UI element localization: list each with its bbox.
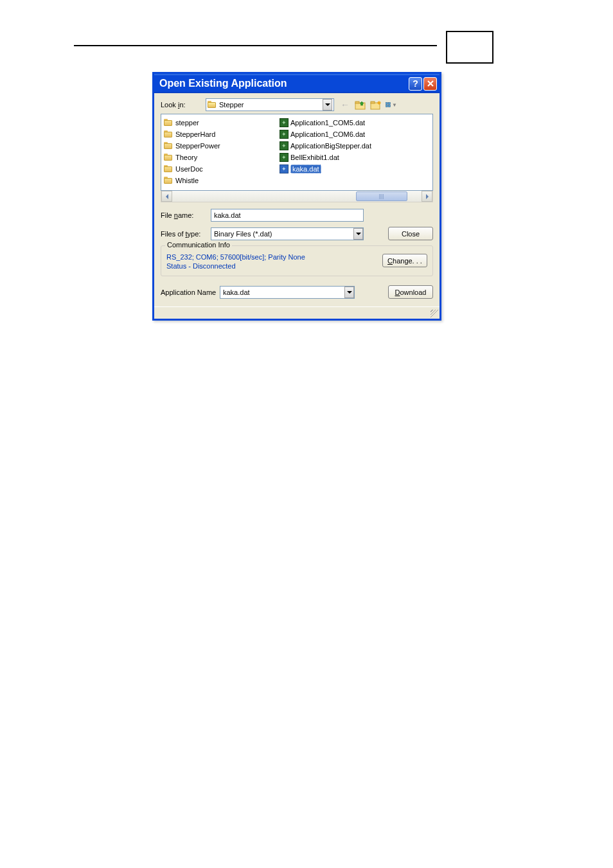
appname-select[interactable]: kaka.dat bbox=[220, 286, 355, 299]
header-rule bbox=[74, 45, 437, 46]
dat-file-icon: ✦ bbox=[280, 141, 289, 150]
filename-value: kaka.dat bbox=[214, 211, 241, 219]
file-toolbar: ← bbox=[339, 99, 397, 111]
list-item[interactable]: ✦Application1_COM5.dat bbox=[278, 117, 394, 128]
scroll-left-button[interactable] bbox=[161, 191, 172, 202]
comm-line2: Status - Disconnected bbox=[166, 261, 305, 270]
scroll-track[interactable] bbox=[172, 191, 422, 202]
file-list-pane[interactable]: stepper StepperHard StepperPower Theory … bbox=[161, 114, 433, 191]
chevron-down-icon[interactable] bbox=[344, 287, 354, 298]
dat-file-icon: ✦ bbox=[280, 118, 289, 127]
list-item[interactable]: Whistle bbox=[163, 175, 278, 186]
views-icon bbox=[386, 100, 391, 109]
svg-rect-11 bbox=[389, 103, 391, 105]
page: Open Existing Application ? Look in: Ste… bbox=[0, 0, 613, 868]
folder-new-icon bbox=[370, 100, 382, 110]
filetype-value: Binary Files (*.dat) bbox=[214, 230, 353, 238]
close-icon bbox=[427, 80, 434, 87]
change-button[interactable]: Change. . . bbox=[382, 254, 427, 267]
filetype-select[interactable]: Binary Files (*.dat) bbox=[211, 227, 364, 240]
look-in-value: Stepper bbox=[219, 101, 323, 109]
appname-label: Application Name bbox=[161, 288, 220, 296]
svg-rect-10 bbox=[386, 103, 388, 105]
statusbar bbox=[154, 306, 440, 319]
filename-input[interactable]: kaka.dat bbox=[211, 209, 364, 222]
dialog-title: Open Existing Application bbox=[159, 78, 407, 89]
chevron-down-icon[interactable] bbox=[323, 99, 332, 111]
back-button[interactable]: ← bbox=[339, 99, 351, 111]
look-in-select[interactable]: Stepper bbox=[206, 98, 334, 111]
scroll-thumb[interactable] bbox=[356, 191, 407, 201]
close-window-button[interactable] bbox=[423, 77, 437, 91]
folder-icon bbox=[164, 119, 173, 127]
dat-file-icon: ✦ bbox=[280, 130, 289, 139]
folder-icon bbox=[164, 142, 173, 150]
look-in-row: Look in: Stepper ← bbox=[161, 98, 433, 111]
look-in-label: Look in: bbox=[161, 101, 206, 109]
help-button[interactable]: ? bbox=[409, 77, 422, 91]
file-column: ✦Application1_COM5.dat ✦Application1_COM… bbox=[278, 117, 394, 188]
folder-column: stepper StepperHard StepperPower Theory … bbox=[163, 117, 278, 188]
view-menu-button[interactable]: ▼ bbox=[386, 99, 397, 111]
scroll-right-button[interactable] bbox=[422, 191, 432, 202]
folder-icon bbox=[164, 165, 173, 173]
list-item[interactable]: Theory bbox=[163, 152, 278, 163]
header-box bbox=[446, 31, 493, 64]
communication-info-group: Communication Info RS_232; COM6; 57600[b… bbox=[161, 245, 433, 276]
dat-file-icon: ✦ bbox=[280, 153, 289, 162]
comm-line1: RS_232; COM6; 57600[bit/sec]; Parity Non… bbox=[166, 252, 305, 261]
scrollbar-horizontal[interactable] bbox=[161, 191, 433, 202]
list-item[interactable]: StepperHard bbox=[163, 128, 278, 140]
folder-icon bbox=[164, 130, 173, 138]
svg-rect-12 bbox=[386, 105, 388, 107]
list-item-selected[interactable]: ✦kaka.dat bbox=[278, 163, 394, 175]
folder-up-icon bbox=[355, 100, 366, 110]
form-rows: File name: kaka.dat Files of type: Binar… bbox=[161, 209, 433, 240]
application-name-row: Application Name kaka.dat Download bbox=[161, 285, 433, 299]
dat-file-icon: ✦ bbox=[280, 164, 289, 173]
titlebar[interactable]: Open Existing Application ? bbox=[154, 74, 440, 93]
list-item[interactable]: StepperPower bbox=[163, 140, 278, 152]
download-button[interactable]: Download bbox=[388, 285, 433, 299]
filetype-label: Files of type: bbox=[161, 230, 211, 238]
comm-legend: Communication Info bbox=[165, 241, 232, 249]
chevron-down-icon[interactable] bbox=[353, 228, 363, 240]
filename-row: File name: kaka.dat bbox=[161, 209, 433, 222]
new-folder-button[interactable] bbox=[370, 99, 382, 111]
up-one-level-button[interactable] bbox=[355, 99, 366, 111]
open-application-dialog: Open Existing Application ? Look in: Ste… bbox=[152, 72, 441, 321]
comm-info-text: RS_232; COM6; 57600[bit/sec]; Parity Non… bbox=[166, 252, 305, 270]
folder-icon bbox=[164, 154, 173, 161]
dialog-body: Look in: Stepper ← bbox=[154, 93, 440, 306]
appname-value: kaka.dat bbox=[223, 288, 344, 296]
svg-rect-13 bbox=[389, 105, 391, 107]
close-button[interactable]: Close bbox=[388, 227, 433, 240]
list-item[interactable]: ✦ApplicationBigStepper.dat bbox=[278, 140, 394, 152]
list-item[interactable]: stepper bbox=[163, 117, 278, 128]
svg-rect-3 bbox=[355, 102, 359, 103]
folder-open-icon bbox=[208, 101, 217, 109]
folder-icon bbox=[164, 177, 173, 184]
list-item[interactable]: ✦Application1_COM6.dat bbox=[278, 128, 394, 140]
list-item[interactable]: ✦BellExhibit1.dat bbox=[278, 152, 394, 163]
list-item[interactable]: UserDoc bbox=[163, 163, 278, 175]
filename-label: File name: bbox=[161, 211, 211, 219]
filetype-row: Files of type: Binary Files (*.dat) Clos… bbox=[161, 227, 433, 240]
svg-rect-5 bbox=[371, 102, 375, 103]
